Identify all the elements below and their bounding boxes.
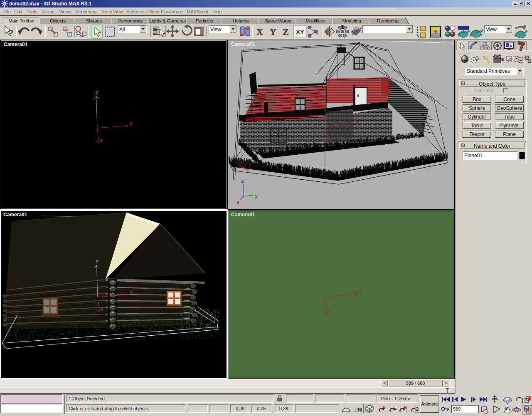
svg-text:Lights & Cameras: Lights & Cameras xyxy=(149,18,186,23)
svg-text:XY: XY xyxy=(296,28,304,35)
svg-text:z: z xyxy=(241,178,244,184)
svg-text:X: X xyxy=(256,27,263,37)
svg-text:Shapes: Shapes xyxy=(86,18,102,23)
svg-text:SpaceWarps: SpaceWarps xyxy=(265,18,291,23)
svg-text:y: y xyxy=(359,288,362,294)
svg-text:Modifiers: Modifiers xyxy=(306,18,325,23)
svg-text:y: y xyxy=(130,289,133,295)
svg-text:Compounds: Compounds xyxy=(118,18,143,23)
svg-text:Helpers: Helpers xyxy=(233,18,249,23)
svg-text:Particles: Particles xyxy=(196,18,214,23)
svg-text:Modeling: Modeling xyxy=(342,18,361,23)
svg-text:z: z xyxy=(95,90,99,96)
svg-text:x: x xyxy=(328,308,331,314)
svg-text:y: y xyxy=(255,193,258,199)
svg-text:Z: Z xyxy=(283,27,289,37)
svg-text:x: x xyxy=(100,138,103,144)
svg-text:x: x xyxy=(328,136,331,142)
svg-text:z: z xyxy=(96,259,99,265)
svg-text:x: x xyxy=(236,200,239,206)
svg-text:y: y xyxy=(129,120,133,126)
svg-text:Y: Y xyxy=(270,27,276,37)
svg-text:Rendering: Rendering xyxy=(377,18,398,23)
svg-text:Main Toolbar: Main Toolbar xyxy=(8,18,35,23)
svg-text:Objects: Objects xyxy=(50,18,66,23)
svg-text:3: 3 xyxy=(383,406,385,410)
svg-text:x: x xyxy=(100,307,103,313)
